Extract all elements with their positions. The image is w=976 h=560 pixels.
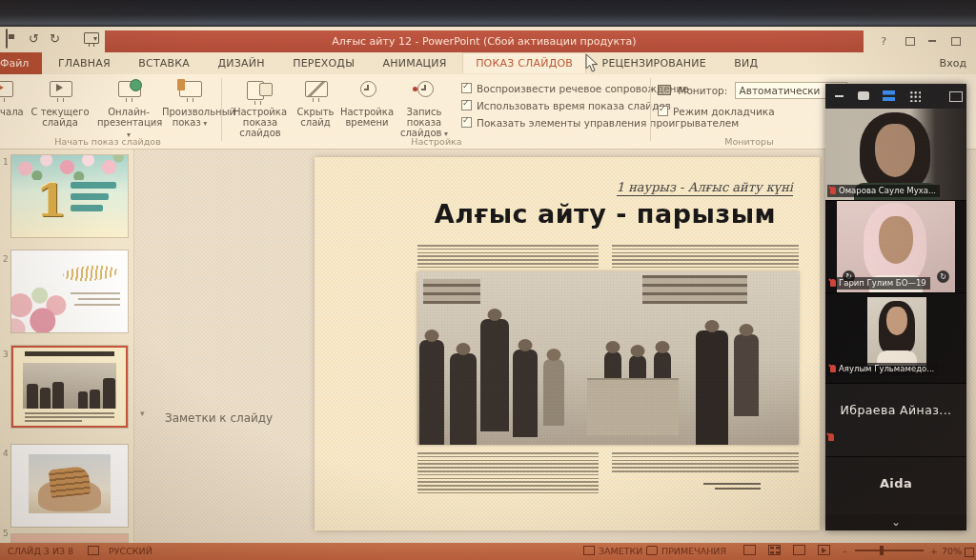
zoom-out-button[interactable]: –: [843, 543, 847, 560]
tab-animations[interactable]: АНИМАЦИЯ: [371, 52, 459, 74]
ribbon-display-options-button[interactable]: [905, 37, 915, 46]
checkbox-icon: [461, 117, 472, 128]
reading-view-button[interactable]: [793, 545, 805, 555]
tab-home[interactable]: ГЛАВНАЯ: [46, 52, 123, 74]
tab-transitions[interactable]: ПЕРЕХОДЫ: [280, 52, 367, 74]
slide-number: 5: [3, 529, 9, 538]
speaker-view-icon[interactable]: [858, 91, 869, 100]
spellcheck-icon[interactable]: [88, 543, 103, 560]
setup-slideshow-button[interactable]: Настройка показа слайдов: [229, 77, 292, 134]
selection-border: [11, 346, 128, 428]
language-indicator[interactable]: РУССКИЙ: [109, 543, 152, 560]
meeting-panel-header: [825, 84, 966, 109]
mouse-cursor: [585, 53, 600, 73]
zoom-in-button[interactable]: +: [930, 543, 938, 560]
record-slideshow-button[interactable]: Запись показа слайдов: [395, 77, 454, 134]
minimize-icon[interactable]: [835, 95, 844, 97]
comments-toggle[interactable]: ПРИМЕЧАНИЯ: [646, 543, 726, 560]
slide-canvas[interactable]: 1 наурыз - Алғыс айту күні Алғыс айту - …: [315, 157, 820, 530]
slide-headline: 1 наурыз - Алғыс айту күні: [617, 180, 793, 196]
fit-to-window-button[interactable]: [965, 548, 974, 557]
participant-name: Ибраева Айназ...: [825, 403, 966, 417]
notes-toggle[interactable]: ЗАМЕТКИ: [583, 543, 642, 560]
ribbon-group-monitors: Монитор: Автоматически Режим докладчика …: [654, 74, 844, 149]
comments-icon: [646, 546, 658, 555]
participant-tile[interactable]: Аяулым Гульмамедо...: [825, 293, 966, 384]
participant-tile[interactable]: Ибраева Айназ...: [825, 384, 966, 457]
zoom-slider-thumb[interactable]: [880, 546, 884, 555]
slide-number: 4: [3, 449, 9, 458]
slideshow-view-button[interactable]: [818, 545, 830, 555]
online-presentation-button[interactable]: Онлайн-презентация: [97, 77, 160, 134]
status-bar: СЛАЙД 3 ИЗ 8 РУССКИЙ ЗАМЕТКИ ПРИМЕЧАНИЯ …: [0, 543, 976, 560]
group-separator: [221, 78, 222, 141]
participant-tile[interactable]: ↻ ↻ Гарип Гулим БО—19: [825, 201, 966, 293]
rotate-camera-icon[interactable]: ↻: [937, 270, 949, 283]
article-column: [417, 245, 599, 270]
use-timings-checkbox[interactable]: Использовать время показа слайдов: [461, 99, 671, 111]
customize-qat-icon[interactable]: ▾: [93, 29, 97, 50]
monitor-bezel: [0, 0, 976, 27]
from-current-slide-button[interactable]: С текущего слайда: [30, 77, 90, 134]
tab-design[interactable]: ДИЗАЙН: [206, 52, 277, 74]
undo-icon[interactable]: ↺: [29, 29, 39, 50]
slide-counter: СЛАЙД 3 ИЗ 8: [8, 543, 73, 560]
participant-name: Аяулым Гульмамедо...: [827, 363, 938, 375]
ribbon-group-setup: Настройка показа слайдов Скрыть слайд На…: [225, 74, 648, 149]
muted-mic-icon: [830, 279, 836, 287]
participant-tile[interactable]: Омарова Сауле Муха...: [825, 109, 966, 201]
minimize-button[interactable]: [928, 40, 936, 42]
checkbox-icon: [461, 83, 472, 93]
notes-placeholder[interactable]: Заметки к слайду: [165, 411, 273, 425]
title-bar: Алғыс айту 12 - PowerPoint (Сбой активац…: [105, 30, 864, 52]
thumbnail-slide-2[interactable]: [11, 250, 128, 332]
text-line: [78, 298, 120, 300]
thumbnail-slide-3-selected[interactable]: [11, 346, 128, 428]
gallery-view-icon[interactable]: [883, 90, 895, 101]
redo-icon[interactable]: ↻: [50, 29, 60, 50]
save-icon[interactable]: [6, 29, 8, 49]
notes-icon: [583, 546, 595, 555]
custom-slideshow-button[interactable]: Произвольный показ: [162, 77, 217, 134]
muted-mic-icon: [828, 433, 834, 441]
thumbnail-slide-5-partial[interactable]: [11, 534, 128, 542]
powerpoint-window: ↺ ↻ ▾ Алғыс айту 12 - PowerPoint (Сбой а…: [0, 27, 976, 560]
rehearse-timings-button[interactable]: Настройка времени: [339, 77, 395, 134]
hide-slide-icon: [301, 79, 330, 104]
tab-file[interactable]: Файл: [0, 52, 42, 74]
normal-view-button[interactable]: [743, 545, 756, 555]
title-line: [71, 182, 116, 189]
sign-in-link[interactable]: Вход: [940, 52, 966, 74]
group-separator: [650, 78, 651, 141]
participant-name: Aida: [825, 476, 966, 490]
tab-slideshow[interactable]: ПОКАЗ СЛАЙДОВ: [462, 52, 586, 73]
tab-insert[interactable]: ВСТАВКА: [126, 52, 202, 74]
notes-strip: ▾ Заметки к слайду: [134, 409, 824, 430]
thumbnail-slide-1[interactable]: 1: [11, 155, 128, 237]
presenter-view-checkbox[interactable]: Режим докладчика: [658, 105, 775, 117]
grid-view-icon[interactable]: [909, 90, 921, 102]
muted-mic-icon: [830, 365, 836, 372]
monitor-icon: [658, 85, 671, 95]
setup-slideshow-icon: [246, 79, 274, 104]
zoom-slider[interactable]: [850, 543, 928, 560]
thumbnail-slide-4[interactable]: [11, 445, 128, 527]
meeting-panel: Омарова Сауле Муха... ↻ ↻ Гарип Гулим БО…: [825, 84, 966, 530]
slide-sorter-view-button[interactable]: [768, 545, 781, 555]
hide-slide-button[interactable]: Скрыть слайд: [294, 77, 337, 134]
flowers-decoration: [11, 155, 128, 180]
from-beginning-button[interactable]: С начала: [0, 77, 30, 134]
splitter-handle[interactable]: ▾: [140, 409, 145, 418]
title-line: [71, 205, 103, 211]
participant-name: Омарова Сауле Муха...: [827, 185, 940, 197]
tab-view[interactable]: ВИД: [722, 52, 770, 74]
slideshow-current-icon: [46, 79, 74, 104]
zoom-level[interactable]: 70%: [942, 543, 962, 560]
help-button[interactable]: ?: [873, 30, 894, 52]
online-presentation-icon: [114, 79, 143, 104]
popout-icon[interactable]: [949, 91, 963, 102]
tab-review[interactable]: РЕЦЕНЗИРОВАНИЕ: [590, 52, 719, 74]
chevron-down-icon[interactable]: ⌄: [825, 515, 966, 529]
participant-tile[interactable]: Aida: [825, 457, 966, 514]
restore-button[interactable]: [951, 37, 961, 46]
